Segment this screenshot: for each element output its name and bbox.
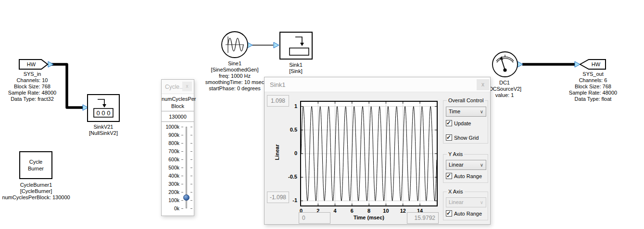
caption-line: freq: 1000 Hz — [205, 73, 264, 79]
y-auto-range-label: Auto Range — [454, 173, 482, 179]
caption-line: smoothingTime: 10 msec — [205, 79, 264, 85]
caption-line: numCyclesPer — [162, 96, 194, 103]
x-auto-range-checkbox[interactable] — [446, 210, 452, 217]
slider-tick — [190, 151, 192, 152]
update-checkbox[interactable] — [446, 120, 452, 126]
slider-scale-label: 500k — [162, 165, 179, 170]
caption-line: Sine1 — [205, 60, 264, 67]
x-tick-label: 10 — [379, 208, 393, 214]
update-checkbox-row[interactable]: Update — [446, 120, 471, 126]
slider-scale-label: 600k — [162, 157, 179, 162]
slider-close-icon[interactable]: x — [182, 82, 192, 91]
slider-param-label: numCyclesPerBlock — [162, 94, 194, 111]
x-tick-label: 6 — [345, 208, 359, 214]
block-sinkv21[interactable]: 0 0 0 — [87, 94, 120, 122]
sine1-caption: Sine1[SineSmoothedGen]freq: 1000 Hzsmoot… — [205, 60, 264, 92]
show-grid-checkbox-row[interactable]: Show Grid — [446, 134, 479, 141]
y-axis-label: Linear — [274, 143, 280, 162]
scope-plot — [300, 101, 438, 206]
slider-tick — [190, 176, 192, 176]
sink-close-icon[interactable]: x — [477, 79, 489, 90]
slider-tick — [181, 159, 183, 160]
meter-pivot — [503, 68, 506, 72]
hw-label: HW — [27, 61, 36, 67]
cycle-burner-inner-label: CycleBurner — [20, 152, 51, 178]
caption-line: [Sink] — [289, 68, 303, 74]
sink1-scope-window: Sink1 x 1.098 -1.098 Linear 024681012141… — [264, 77, 491, 225]
sink-window-titlebar[interactable]: Sink1 x — [265, 77, 490, 92]
slider-scale-label: 700k — [162, 148, 179, 154]
slider-tick — [181, 143, 183, 144]
caption-line: [NullSinkV2] — [89, 130, 118, 136]
caption-line: Channels: 10 — [8, 77, 56, 84]
y-axis-value: Linear — [449, 162, 464, 168]
caption-line: [SineSmoothedGen] — [205, 67, 264, 73]
caption-line: value: 1 — [488, 92, 521, 98]
y-tick-label: -0.5 — [282, 174, 297, 180]
caption-line: startPhase: 0 degrees — [205, 85, 264, 92]
slider-tick — [181, 168, 183, 168]
caption-line: Sample Rate: 48000 — [569, 90, 617, 96]
slider-tick — [190, 192, 192, 193]
y-auto-range-row[interactable]: Auto Range — [446, 173, 482, 179]
x-axis-value: Linear — [449, 199, 464, 205]
x-auto-range-label: Auto Range — [454, 211, 482, 217]
y-axis-group-label: Y Axis — [447, 151, 464, 157]
slider-value-field[interactable]: 130000 — [162, 111, 194, 122]
sink1-caption: Sink1[Sink] — [289, 62, 303, 74]
x-max-box[interactable]: 15.9792 — [407, 212, 439, 224]
x-axis-group-label: X Axis — [447, 189, 465, 194]
caption-line: Cycle — [29, 158, 43, 165]
overall-control-dropdown[interactable]: Time ∨ — [446, 107, 486, 117]
slider-tick — [181, 192, 183, 193]
overall-control-value: Time — [449, 108, 460, 114]
block-cycle-burner[interactable]: CycleBurner — [19, 151, 52, 179]
overall-control-group: Overall Control Time ∨ Update Show Grid — [443, 100, 488, 144]
slider-tick — [190, 184, 192, 184]
slider-scale-label: 200k — [162, 189, 179, 195]
x-auto-range-row[interactable]: Auto Range — [446, 210, 482, 217]
slider-scale-label: 1000k — [162, 124, 179, 130]
caption-line: Data Type: fract32 — [8, 96, 56, 102]
slider-tick — [181, 127, 183, 127]
show-grid-checkbox[interactable] — [446, 134, 452, 141]
slider-tick — [181, 184, 183, 184]
port-arrow-sink1-in — [274, 42, 279, 48]
block-sys-out[interactable]: HW — [580, 59, 606, 70]
chevron-down-icon: ∨ — [480, 198, 483, 207]
x-axis-group: X Axis Linear ∨ Auto Range — [443, 192, 488, 220]
y-axis-group: Y Axis Linear ∨ Auto Range — [443, 154, 488, 183]
block-sine1[interactable] — [221, 31, 249, 59]
overall-control-group-label: Overall Control — [447, 97, 485, 103]
slider-window-titlebar[interactable]: Cycle... x — [162, 80, 194, 94]
caption-line: Block — [162, 103, 194, 110]
block-dc1[interactable] — [492, 51, 518, 78]
slider-scale-label: 400k — [162, 173, 179, 179]
slider-scale-label: 0k — [162, 205, 179, 211]
y-tick-label: 0 — [282, 150, 297, 156]
caption-line: Sink1 — [289, 62, 303, 68]
caption-line: Channels: 6 — [569, 77, 617, 84]
caption-line: Burner — [28, 165, 44, 172]
null-sink-icon: 0 0 0 — [88, 95, 119, 121]
y-axis-dropdown[interactable]: Linear ∨ — [446, 160, 486, 170]
dc1-caption: DC1[DCSourceV2]value: 1 — [488, 80, 521, 98]
sink-window-title: Sink1 — [270, 81, 286, 88]
caption-line: Data Type: float — [569, 96, 617, 102]
block-sink1[interactable] — [279, 32, 313, 60]
block-sys-in[interactable]: HW — [19, 59, 49, 70]
slider-thumb[interactable] — [183, 194, 189, 201]
caption-line: DC1 — [488, 80, 521, 86]
slider-tick — [181, 200, 183, 201]
caption-line: SinkV21 — [89, 124, 118, 130]
slider-scale-label: 300k — [162, 181, 179, 187]
caption-line: Block Size: 768 — [8, 84, 56, 90]
y-auto-range-checkbox[interactable] — [446, 173, 452, 179]
caption-line: [CycleBurner] — [2, 188, 70, 194]
x-tick-label: 8 — [362, 208, 376, 214]
slider-scale-label: 100k — [162, 197, 179, 203]
counter-display: 0 0 0 — [97, 109, 111, 117]
slider-window-title: Cycle... — [165, 84, 184, 90]
slider-tick — [181, 208, 183, 209]
chevron-down-icon: ∨ — [480, 160, 483, 169]
